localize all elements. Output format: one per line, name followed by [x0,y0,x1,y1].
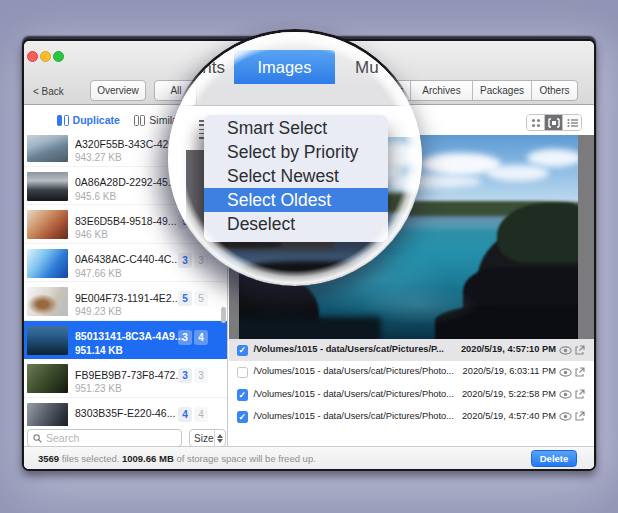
search-placeholder: Search [46,432,79,444]
file-row-selected[interactable]: 85013141-8C3A-4A9...951.14 KB34 [24,321,227,360]
duplicate-path: /Volumes/1015 - data/Users/cat/Pictures/… [254,389,455,399]
file-thumbnail [27,326,68,355]
grid-view-button[interactable] [527,115,545,130]
file-thumbnail [27,249,68,278]
duplicate-icon [57,115,69,126]
overview-button[interactable]: Overview [90,80,146,101]
filter-segment-archives[interactable]: Archives [411,81,473,100]
file-row[interactable]: 0A6438AC-C440-4C...947.66 KB33 [24,244,227,283]
size-sort-label: Size [190,433,214,444]
search-icon [33,434,42,443]
file-row[interactable]: FB9EB9B7-73F8-472...951.23 KB33 [24,359,227,398]
select-dropdown-menu: Smart SelectSelect by PrioritySelect New… [204,115,388,242]
duplicate-table-row[interactable]: ✓/Volumes/1015 - data/Users/cat/Pictures… [229,339,595,361]
file-size: 947.66 KB [75,268,122,279]
reveal-in-finder-icon[interactable] [574,367,585,378]
file-name: 85013141-8C3A-4A9... [75,330,184,342]
sidebar-scrollbar-thumb[interactable] [221,307,226,323]
selected-count-badge: 5 [178,291,192,306]
file-thumbnail [27,172,68,201]
file-row[interactable]: 8303B35F-E220-46...44 [24,398,227,427]
duplicate-table-row[interactable]: ✓/Volumes/1015 - data/Users/cat/Pictures… [229,406,595,428]
selected-count-badge: 3 [178,253,192,268]
file-size: 943.27 KB [75,152,122,163]
zoom-window-button[interactable] [53,51,64,62]
duplicate-path: /Volumes/1015 - data/Users/cat/Pictures/… [254,366,455,376]
selected-count-badge: 3 [178,330,192,345]
duplicate-date: 2020/5/19, 4:57:40 PM [462,411,556,421]
file-name: 9E004F73-1191-4E2... [75,292,180,304]
list-view-button[interactable] [563,115,581,130]
selected-count-badge: 3 [178,368,192,383]
menu-item-deselect[interactable]: Deselect [204,212,388,236]
duplicate-date: 2020/5/19, 6:03:11 PM [463,366,556,376]
file-name: 0A86A28D-2292-45... [75,176,177,188]
checkbox-checked[interactable]: ✓ [237,345,249,357]
file-name: 0A6438AC-C440-4C... [75,253,180,265]
file-size: 951.14 KB [75,345,123,356]
selected-count-badge: 4 [178,407,192,422]
file-size: 951.23 KB [75,383,122,394]
preview-view-button[interactable] [545,115,563,130]
duplicate-date: 2020/5/19, 4:57:10 PM [461,344,556,354]
magnified-tab-images[interactable]: Images [234,50,335,84]
magnified-tab-music[interactable]: Mu [355,58,379,78]
total-count-badge: 5 [194,291,208,306]
size-sort-control[interactable]: Size [189,429,226,447]
close-window-button[interactable] [27,51,38,62]
preview-eye-icon[interactable] [559,412,572,421]
file-size: 946 KB [75,229,108,240]
total-count-badge: 3 [194,368,208,383]
checkbox-unchecked[interactable] [237,367,249,379]
cloud-shape [527,149,578,167]
cloud-shape [389,175,419,191]
view-switcher [526,114,582,131]
menu-item-select-newest[interactable]: Select Newest [204,165,388,189]
file-thumbnail [27,210,68,239]
minimize-window-button[interactable] [40,51,51,62]
back-button[interactable]: < Back [33,86,64,97]
similar-icon [134,115,146,126]
menu-item-select-by-priority[interactable]: Select by Priority [204,141,388,165]
menu-item-select-oldest[interactable]: Select Oldest [204,188,388,212]
reveal-in-finder-icon[interactable] [574,411,585,422]
filter-segment-packages[interactable]: Packages [473,81,532,100]
file-thumbnail [27,135,68,162]
search-input[interactable]: Search [27,429,182,447]
reveal-in-finder-icon[interactable] [574,389,585,400]
magnifier-lens: nts Images Mu Smart SelectSelect by Prio… [168,32,422,286]
duplicate-path: /Volumes/1015 - data/Users/cat/Pictures/… [254,344,444,354]
water-light-shape [359,285,479,325]
file-row[interactable]: 9E004F73-1191-4E2...949.23 KB55 [24,282,227,321]
file-thumbnail [27,364,68,393]
magnified-horizon-rocks [212,241,282,248]
delete-button[interactable]: Delete [531,450,577,467]
file-name: 83E6D5B4-9518-49... [75,215,177,227]
tab-duplicate[interactable]: Duplicate [57,114,120,126]
tab-duplicate-label: Duplicate [73,114,120,126]
stepper-arrows-icon[interactable] [214,430,225,446]
filter-segment-others[interactable]: Others [532,81,577,100]
file-size: 945.6 KB [75,191,116,202]
reveal-in-finder-icon[interactable] [574,345,585,356]
checkbox-checked[interactable]: ✓ [237,411,249,423]
status-bar: 3569 files selected. 1009.66 MB of stora… [24,446,594,469]
file-thumbnail [27,403,68,427]
preview-eye-icon[interactable] [559,368,572,377]
preview-eye-icon[interactable] [559,390,572,399]
cloud-shape [487,165,549,181]
menu-item-smart-select[interactable]: Smart Select [204,117,388,141]
duplicate-date: 2020/5/19, 5:22:58 PM [462,389,556,399]
magnified-filter-bar [168,84,422,106]
desktop-background: { "window_title": "", "titlebar": { "tra… [0,0,618,513]
checkbox-checked[interactable]: ✓ [237,389,249,401]
duplicate-table-row[interactable]: ✓/Volumes/1015 - data/Users/cat/Pictures… [229,384,595,406]
total-count-badge: 4 [194,330,208,345]
preview-eye-icon[interactable] [559,346,572,355]
file-thumbnail [27,287,68,316]
duplicate-table-row[interactable]: /Volumes/1015 - data/Users/cat/Pictures/… [229,361,595,383]
duplicate-path: /Volumes/1015 - data/Users/cat/Pictures/… [254,411,455,421]
file-name: 8303B35F-E220-46... [75,407,175,419]
file-name: FB9EB9B7-73F8-472... [75,369,184,381]
status-text: 3569 files selected. 1009.66 MB of stora… [38,453,316,464]
